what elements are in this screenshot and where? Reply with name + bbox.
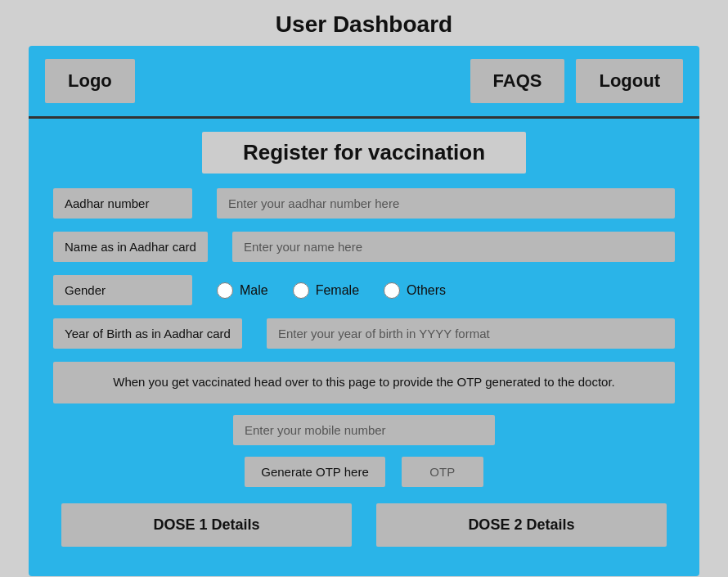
logout-button[interactable]: Logout [576,59,683,103]
form-area: Register for vaccination Aadhar number N… [29,119,699,560]
gender-options: Male Female Others [217,282,446,299]
mobile-input[interactable] [233,415,495,445]
dose1-button[interactable]: DOSE 1 Details [61,503,352,547]
otp-input[interactable] [402,457,483,487]
gender-female-option[interactable]: Female [293,282,359,299]
generate-otp-button[interactable]: Generate OTP here [245,457,384,487]
gender-others-label: Others [407,283,446,298]
aadhar-row: Aadhar number [53,188,675,219]
page-title: User Dashboard [276,0,452,46]
gender-female-label: Female [316,283,359,298]
otp-row: Generate OTP here [53,457,675,487]
gender-male-label: Male [240,283,268,298]
name-input[interactable] [232,232,675,262]
dose2-button[interactable]: DOSE 2 Details [376,503,667,547]
gender-male-option[interactable]: Male [217,282,268,299]
yob-label: Year of Birth as in Aadhar card [53,318,242,349]
faqs-button[interactable]: FAQS [470,59,565,103]
gender-others-option[interactable]: Others [384,282,446,299]
gender-others-radio[interactable] [384,282,400,299]
yob-input[interactable] [267,318,675,349]
aadhar-input[interactable] [217,188,675,219]
aadhar-label: Aadhar number [53,188,192,219]
name-label: Name as in Aadhar card [53,232,208,262]
yob-row: Year of Birth as in Aadhar card [53,318,675,349]
section-title: Register for vaccination [202,132,526,174]
gender-male-radio[interactable] [217,282,233,299]
gender-label: Gender [53,275,192,305]
header-right-buttons: FAQS Logout [470,59,683,103]
gender-row: Gender Male Female Others [53,275,675,305]
header: Logo FAQS Logout [29,46,699,119]
dose-row: DOSE 1 Details DOSE 2 Details [53,503,675,547]
name-row: Name as in Aadhar card [53,232,675,262]
main-container: Logo FAQS Logout Register for vaccinatio… [29,46,699,576]
mobile-row [53,415,675,445]
gender-female-radio[interactable] [293,282,309,299]
otp-info-text: When you get vaccinated head over to thi… [53,362,675,403]
logo-button[interactable]: Logo [45,59,135,103]
